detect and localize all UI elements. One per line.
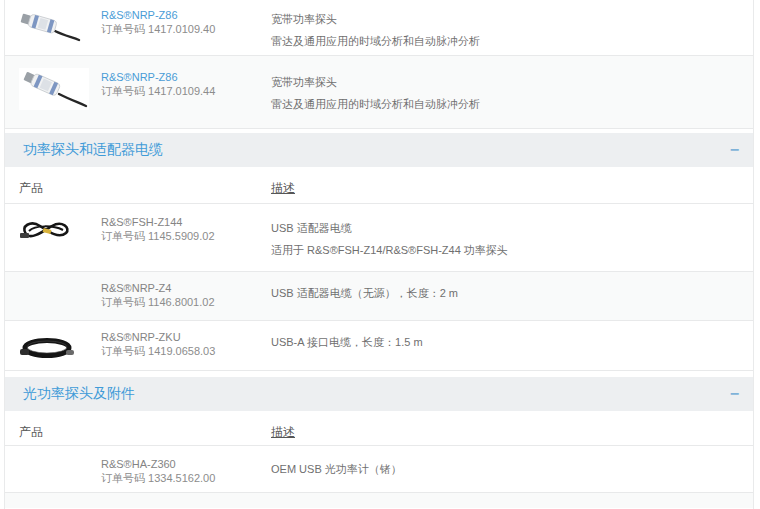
product-description-cell: USB-A 接口电缆，长度：1.5 m (271, 321, 753, 370)
product-name: R&S®FSH-Z144 (101, 216, 271, 229)
section-title: 功率探头和适配器电缆 (23, 141, 730, 159)
product-photo-cell (5, 0, 101, 55)
collapse-minus-icon[interactable]: − (730, 145, 739, 155)
column-header-wrap: 描述 (271, 411, 753, 445)
description-line: 宽带功率探头 (271, 13, 743, 25)
product-photo-cell (5, 321, 101, 370)
product-photo-cell (5, 446, 101, 492)
product-name: R&S®NRP-Z4 (101, 282, 271, 295)
product-description-cell: 宽带功率探头 雷达及通用应用的时域分析和自动脉冲分析 (271, 0, 753, 55)
product-name-cell: R&S®NRP-Z4 订单号码 1146.8001.02 (101, 272, 271, 320)
power-probe-photo-icon (19, 68, 89, 110)
description-line: 宽带功率探头 (271, 76, 743, 88)
order-number: 订单号码 1417.0109.44 (101, 85, 271, 98)
product-description-cell: 宽带功率探头 雷达及通用应用的时域分析和自动脉冲分析 (271, 56, 753, 128)
product-name: R&S®NRP-ZKU (101, 331, 271, 344)
description-line: USB-A 接口电缆，长度：1.5 m (271, 336, 743, 348)
product-name-cell: R&S®NRP-Z86 订单号码 1417.0109.44 (101, 56, 271, 128)
description-line: USB 适配器电缆（无源），长度：2 m (271, 287, 743, 299)
section-title: 光功率探头及附件 (23, 385, 730, 403)
product-table: R&S®NRP-Z86 订单号码 1417.0109.40 宽带功率探头 雷达及… (4, 0, 754, 509)
section-header-power-probe-cables[interactable]: 功率探头和适配器电缆 − (5, 133, 753, 167)
order-number: 订单号码 1419.0658.03 (101, 345, 271, 358)
description-line: 雷达及通用应用的时域分析和自动脉冲分析 (271, 35, 743, 47)
order-number: 订单号码 1417.0109.40 (101, 23, 271, 36)
product-link[interactable]: R&S®NRP-Z86 (101, 9, 271, 22)
collapse-minus-icon[interactable]: − (730, 389, 739, 399)
product-link[interactable]: R&S®NRP-Z86 (101, 71, 271, 84)
column-header-product: 产品 (5, 167, 271, 203)
table-row-partial (5, 493, 753, 508)
product-name-cell: R&S®NRP-ZKU 订单号码 1419.0658.03 (101, 321, 271, 370)
column-header-product: 产品 (5, 411, 271, 445)
table-row: R&S®NRP-Z86 订单号码 1417.0109.40 宽带功率探头 雷达及… (5, 0, 753, 56)
description-line: 适用于 R&S®FSH-Z14/R&S®FSH-Z44 功率探头 (271, 244, 743, 256)
table-row: R&S®NRP-ZKU 订单号码 1419.0658.03 USB-A 接口电缆… (5, 321, 753, 371)
usb-cable-photo-icon (19, 217, 73, 245)
product-description-cell: OEM USB 光功率计（锗） (271, 446, 753, 492)
order-number: 订单号码 1334.5162.00 (101, 472, 271, 485)
product-name-cell: R&S®HA-Z360 订单号码 1334.5162.00 (101, 446, 271, 492)
column-header-wrap: 描述 (271, 167, 753, 203)
order-number: 订单号码 1146.8001.02 (101, 296, 271, 309)
product-description-cell: USB 适配器电缆 适用于 R&S®FSH-Z14/R&S®FSH-Z44 功率… (271, 204, 753, 271)
table-row: R&S®HA-Z360 订单号码 1334.5162.00 OEM USB 光功… (5, 446, 753, 493)
product-catalog-page: R&S®NRP-Z86 订单号码 1417.0109.40 宽带功率探头 雷达及… (0, 0, 760, 509)
table-row: R&S®FSH-Z144 订单号码 1145.5909.02 USB 适配器电缆… (5, 204, 753, 272)
order-number: 订单号码 1145.5909.02 (101, 230, 271, 243)
product-name-cell: R&S®FSH-Z144 订单号码 1145.5909.02 (101, 204, 271, 271)
column-header-description[interactable]: 描述 (271, 181, 295, 195)
column-header-row: 产品 描述 (5, 167, 753, 204)
product-description-cell: USB 适配器电缆（无源），长度：2 m (271, 272, 753, 320)
product-photo-cell (5, 56, 101, 128)
description-line: 雷达及通用应用的时域分析和自动脉冲分析 (271, 98, 743, 110)
description-line: USB 适配器电缆 (271, 222, 743, 234)
description-line: OEM USB 光功率计（锗） (271, 463, 743, 475)
table-row: R&S®NRP-Z86 订单号码 1417.0109.44 宽带功率探头 雷达及… (5, 56, 753, 129)
product-name: R&S®HA-Z360 (101, 458, 271, 471)
table-row: R&S®NRP-Z4 订单号码 1146.8001.02 USB 适配器电缆（无… (5, 272, 753, 321)
coiled-cable-photo-icon (19, 337, 75, 360)
column-header-description[interactable]: 描述 (271, 425, 295, 439)
product-photo-cell (5, 204, 101, 271)
section-header-optical-power-probes[interactable]: 光功率探头及附件 − (5, 377, 753, 411)
product-photo-cell (5, 272, 101, 320)
column-header-row: 产品 描述 (5, 411, 753, 446)
product-name-cell: R&S®NRP-Z86 订单号码 1417.0109.40 (101, 0, 271, 55)
power-probe-photo-icon (19, 8, 81, 44)
